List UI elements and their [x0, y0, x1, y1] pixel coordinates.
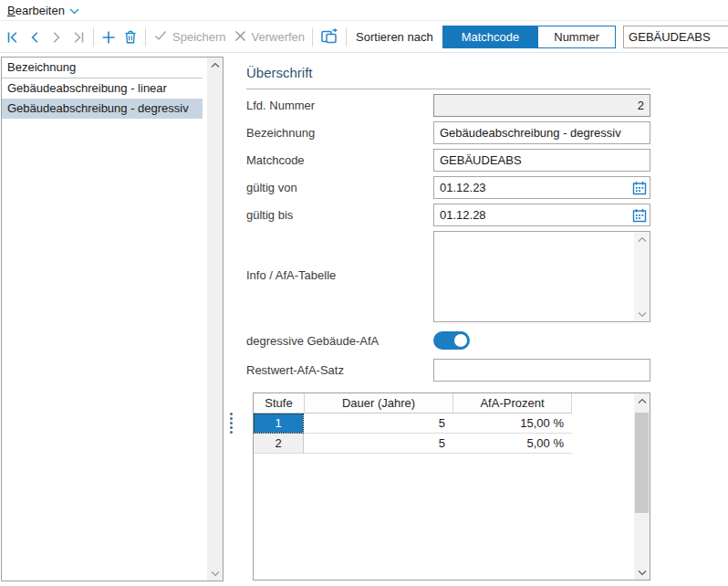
scroll-up-icon[interactable] — [634, 393, 650, 408]
gueltig-von-field[interactable] — [433, 176, 650, 199]
form-row-gueltig-bis: gültig bis — [246, 204, 650, 226]
dauer-cell[interactable]: 5 — [304, 413, 453, 434]
restwert-afa-satz-label: Restwert-AfA-Satz — [246, 359, 433, 382]
scroll-up-icon[interactable] — [207, 58, 223, 72]
textarea-scrollbar[interactable] — [634, 232, 650, 321]
afa-table-row[interactable]: 1 5 15,00 % — [254, 413, 650, 434]
lfd-nummer-label: Lfd. Nummer — [246, 94, 433, 117]
column-header-dauer[interactable]: Dauer (Jahre) — [304, 393, 453, 413]
form-row-matchcode: Matchcode — [246, 149, 650, 172]
afa-prozent-cell[interactable]: 15,00 % — [453, 413, 572, 434]
list-scrollbar[interactable] — [207, 58, 223, 581]
last-record-button[interactable] — [68, 26, 89, 49]
calendar-icon[interactable] — [631, 180, 648, 195]
table-scrollbar[interactable] — [634, 393, 650, 580]
sort-segmented-control: Matchcode Nummer — [442, 26, 616, 48]
sort-matchcode-button[interactable]: Matchcode — [443, 26, 538, 47]
afa-table-row[interactable]: 2 5 5,00 % — [254, 434, 650, 454]
info-afa-tabelle-field[interactable] — [433, 231, 650, 322]
next-record-button[interactable] — [46, 26, 68, 49]
degressive-afa-toggle[interactable] — [433, 331, 470, 350]
save-button-label: Speichern — [172, 30, 226, 44]
scroll-down-icon[interactable] — [634, 307, 650, 321]
check-icon — [153, 28, 168, 46]
toolbar-separator — [346, 28, 347, 47]
gueltig-von-label: gültig von — [246, 176, 433, 199]
form-heading: Überschrift — [246, 65, 650, 89]
sort-nummer-button[interactable]: Nummer — [537, 26, 615, 47]
scrollbar-thumb[interactable] — [635, 413, 649, 513]
panel-splitter-handle[interactable] — [230, 413, 233, 434]
restwert-afa-satz-field[interactable] — [433, 359, 650, 382]
matchcode-label: Matchcode — [246, 149, 433, 172]
discard-button[interactable]: Verwerfen — [234, 29, 306, 46]
list-item-linear[interactable]: Gebäudeabschreibung - linear — [2, 78, 203, 99]
filter-input[interactable] — [623, 26, 728, 48]
scroll-up-icon[interactable] — [634, 232, 650, 246]
lfd-nummer-field — [433, 94, 650, 117]
info-afa-tabelle-label: Info / AfA-Tabelle — [246, 268, 336, 282]
toolbar-separator — [145, 28, 146, 47]
gueltig-bis-label: gültig bis — [246, 204, 433, 226]
menu-bearbeiten[interactable]: Bearbeiten — [7, 4, 79, 17]
column-header-afa-prozent[interactable]: AfA-Prozent — [453, 393, 572, 413]
x-icon — [234, 29, 247, 46]
calendar-icon[interactable] — [631, 207, 648, 223]
delete-record-button[interactable] — [120, 26, 141, 49]
toolbar-separator — [312, 28, 313, 47]
bezeichnung-label: Bezeichnung — [246, 121, 433, 144]
gueltig-bis-field[interactable] — [433, 204, 650, 226]
scroll-down-icon[interactable] — [634, 565, 650, 580]
form-row-restwert: Restwert-AfA-Satz — [246, 359, 650, 382]
add-record-button[interactable] — [98, 26, 120, 49]
row-header-cell[interactable]: 1 — [254, 413, 304, 434]
previous-record-button[interactable] — [24, 26, 46, 49]
form-row-gueltig-von: gültig von — [246, 176, 650, 199]
toolbar: Speichern Verwerfen Sortieren nach Match… — [0, 22, 728, 53]
degressive-afa-label: degressive Gebäude-AfA — [246, 334, 379, 348]
list-item-degressiv[interactable]: Gebäudeabschreibung - degressiv — [2, 99, 203, 119]
switch-view-button[interactable] — [317, 26, 342, 49]
list-column-header[interactable]: Bezeichnung — [2, 58, 203, 78]
scroll-down-icon[interactable] — [207, 566, 223, 581]
matchcode-field[interactable] — [433, 149, 650, 172]
menu-bar: Bearbeiten — [0, 0, 728, 21]
first-record-button[interactable] — [2, 26, 24, 49]
form-row-bezeichnung: Bezeichnung — [246, 121, 650, 144]
chevron-down-icon — [69, 4, 79, 17]
discard-button-label: Verwerfen — [252, 30, 306, 44]
save-button[interactable]: Speichern — [153, 28, 226, 46]
menu-bearbeiten-label: Bearbeiten — [7, 4, 65, 17]
row-header-cell[interactable]: 2 — [254, 434, 304, 454]
bezeichnung-field[interactable] — [433, 121, 650, 144]
afa-staffel-table: Stufe Dauer (Jahre) AfA-Prozent 1 5 15,0… — [253, 392, 650, 581]
record-list-panel: Bezeichnung Gebäudeabschreibung - linear… — [1, 57, 224, 581]
toolbar-separator — [93, 28, 94, 47]
afa-table-header: Stufe Dauer (Jahre) AfA-Prozent — [254, 393, 650, 413]
sort-by-label: Sortieren nach — [356, 30, 433, 44]
form-row-lfd-nummer: Lfd. Nummer — [246, 94, 650, 117]
afa-prozent-cell[interactable]: 5,00 % — [453, 434, 572, 454]
dauer-cell[interactable]: 5 — [304, 434, 453, 454]
column-header-stufe[interactable]: Stufe — [254, 393, 304, 413]
toggle-knob — [454, 334, 467, 347]
